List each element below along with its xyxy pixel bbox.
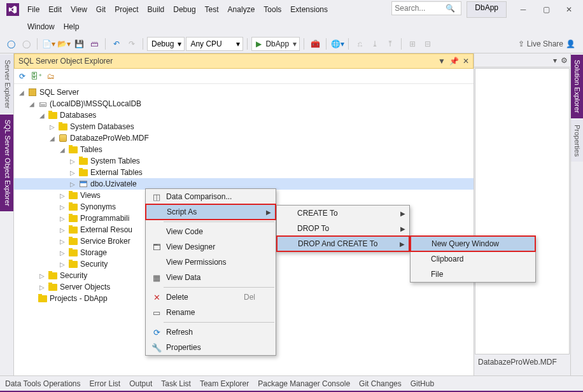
tree-node-databases[interactable]: Databases (14, 109, 474, 121)
folder-icon (69, 192, 78, 199)
bottom-tab[interactable]: Git Changes (359, 379, 402, 388)
tab-server-explorer[interactable]: Server Explorer (0, 55, 13, 113)
menu-analyze[interactable]: Analyze (223, 3, 260, 16)
group-icon[interactable]: 🗂 (47, 72, 55, 81)
forward-button[interactable]: ◯ (19, 37, 33, 51)
ctx-dropcreate-to[interactable]: DROP And CREATE To▶ (276, 235, 410, 252)
menu-project[interactable]: Project (110, 3, 143, 16)
dropdown-icon[interactable]: ▼ (438, 57, 446, 66)
ctx-delete[interactable]: ✕DeleteDel (146, 290, 276, 305)
tab-sql-object-explorer[interactable]: SQL Server Object Explorer (0, 115, 13, 211)
step-icon-2[interactable]: ⤓ (368, 37, 382, 51)
solution-name-button[interactable]: DbApp (467, 1, 507, 18)
preview-surface (475, 68, 570, 354)
undo-button[interactable]: ↶ (109, 37, 123, 51)
config-dropdown[interactable]: Debug▾ (147, 37, 185, 51)
close-button[interactable]: ✕ (558, 1, 580, 18)
tree-node-systables[interactable]: System Tables (14, 155, 474, 167)
bottom-tab[interactable]: Package Manager Console (258, 379, 350, 388)
ctx-view-permissions[interactable]: View Permissions (146, 255, 276, 270)
search-box[interactable]: 🔍 (391, 1, 461, 15)
tree-node-instance[interactable]: 🖴(LocalDB)\MSSQLLocalDB (14, 98, 474, 109)
back-button[interactable]: ◯ (4, 37, 18, 51)
menu-row-2: WindowHelp (0, 19, 583, 34)
step-icon[interactable]: ⎌ (353, 37, 367, 51)
menu-help[interactable]: Help (59, 20, 84, 33)
tab-solution-explorer[interactable]: Solution Explorer (571, 55, 583, 118)
menu-edit[interactable]: Edit (44, 3, 66, 16)
database-icon (59, 134, 67, 142)
browser-link-icon[interactable]: 🌐▾ (330, 37, 344, 51)
menu-debug[interactable]: Debug (169, 3, 200, 16)
menu-tools[interactable]: Tools (259, 3, 286, 16)
bottom-tab[interactable]: Data Tools Operations (5, 379, 81, 388)
toolbox-icon[interactable]: 🧰 (308, 37, 322, 51)
close-panel-icon[interactable]: ✕ (463, 57, 469, 66)
bottom-tab[interactable]: Error List (90, 379, 121, 388)
add-server-icon[interactable]: 🗄⁺ (31, 72, 42, 81)
menu-extensions[interactable]: Extensions (286, 3, 332, 16)
refresh-icon: ⟳ (150, 328, 164, 337)
new-project-button[interactable]: 📄▾ (41, 37, 55, 51)
tab-properties[interactable]: Properties (571, 120, 583, 162)
dropdown-icon[interactable]: ▾ (553, 56, 557, 65)
menu-test[interactable]: Test (200, 3, 223, 16)
tree-node-sqlserver[interactable]: SQL Server (14, 87, 474, 98)
ctx-create-to[interactable]: CREATE To▶ (277, 206, 409, 221)
align-icon[interactable]: ⊞ (405, 37, 419, 51)
ctx-refresh[interactable]: ⟳Refresh (146, 325, 276, 340)
run-button[interactable]: ▶DbApp▾ (251, 37, 300, 51)
redo-button[interactable]: ↷ (125, 37, 139, 51)
refresh-icon[interactable]: ⟳ (19, 72, 25, 81)
step-icon-3[interactable]: ⤒ (383, 37, 397, 51)
tree-node-database[interactable]: DatabazeProWeb.MDF (14, 132, 474, 144)
ctx-file[interactable]: File (411, 267, 535, 282)
save-all-button[interactable]: 🗃 (87, 37, 101, 51)
main-toolbar: ◯ ◯ 📄▾ 📂▾ 💾 🗃 ↶ ↷ Debug▾ Any CPU▾ ▶DbApp… (0, 34, 583, 53)
bottom-tab[interactable]: Output (129, 379, 152, 388)
folder-icon (48, 112, 57, 119)
ctx-data-comparison[interactable]: ◫Data Comparison... (146, 189, 276, 204)
menu-git[interactable]: Git (92, 3, 110, 16)
delete-icon: ✕ (150, 293, 164, 302)
search-icon: 🔍 (443, 4, 458, 13)
pin-icon[interactable]: 📌 (449, 57, 459, 66)
sidebar-right: Solution Explorer Properties (570, 53, 583, 375)
gear-icon[interactable]: ⚙ (561, 56, 568, 65)
bottom-tab[interactable]: Team Explorer (200, 379, 249, 388)
bottom-tab[interactable]: GitHub (411, 379, 434, 388)
sidebar-left: Server Explorer SQL Server Object Explor… (0, 53, 14, 375)
data-icon: ▦ (150, 273, 164, 283)
maximize-button[interactable]: ▢ (535, 1, 558, 18)
platform-dropdown[interactable]: Any CPU▾ (186, 37, 243, 51)
ctx-view-code[interactable]: View Code (146, 224, 276, 239)
ctx-new-query-window[interactable]: New Query Window (410, 235, 536, 252)
save-button[interactable]: 💾 (72, 37, 86, 51)
minimize-button[interactable]: ─ (512, 1, 535, 18)
ctx-view-designer[interactable]: 🗔View Designer (146, 239, 276, 255)
tree-node-exttables[interactable]: External Tables (14, 167, 474, 178)
tree-node-tables[interactable]: Tables (14, 144, 474, 155)
open-button[interactable]: 📂▾ (57, 37, 71, 51)
folder-icon (69, 249, 78, 256)
menu-view[interactable]: View (66, 3, 92, 16)
rename-icon: ▭ (150, 308, 164, 318)
ctx-properties[interactable]: 🔧Properties (146, 340, 276, 355)
panel-title: SQL Server Object Explorer (18, 57, 113, 66)
ctx-rename[interactable]: ▭Rename (146, 305, 276, 320)
live-share-button[interactable]: ⇪ Live Share 👤 (514, 39, 579, 48)
menu-file[interactable]: File (23, 3, 44, 16)
ctx-drop-to[interactable]: DROP To▶ (277, 221, 409, 236)
ctx-clipboard[interactable]: Clipboard (411, 251, 535, 267)
search-input[interactable] (392, 4, 443, 13)
titlebar: FileEditViewGitProjectBuildDebugTestAnal… (0, 0, 583, 19)
align-icon-2[interactable]: ⊟ (421, 37, 435, 51)
folder-icon (69, 204, 78, 211)
menu-window[interactable]: Window (23, 20, 59, 33)
ctx-view-data[interactable]: ▦View Data (146, 270, 276, 285)
ctx-script-as[interactable]: Script As▶ (145, 204, 276, 220)
folder-icon (69, 215, 78, 222)
menu-build[interactable]: Build (143, 3, 169, 16)
tree-node-sysdb[interactable]: System Databases (14, 121, 474, 132)
bottom-tab[interactable]: Task List (161, 379, 191, 388)
